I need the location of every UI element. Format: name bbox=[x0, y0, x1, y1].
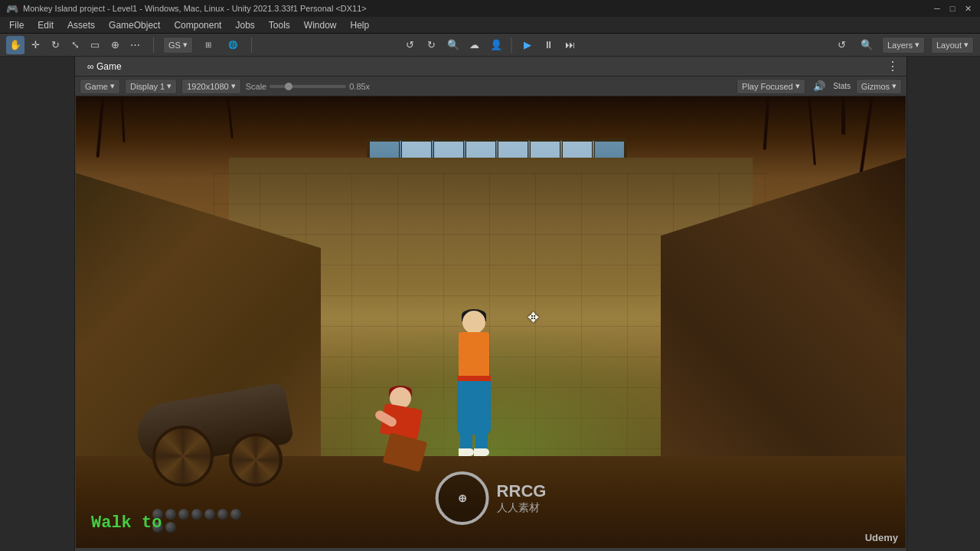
cannonball bbox=[230, 509, 241, 520]
layout-dropdown-icon: ▾ bbox=[964, 40, 969, 50]
game-view-bar: ∞ Game ⋮ bbox=[75, 57, 906, 77]
menu-jobs[interactable]: Jobs bbox=[229, 18, 260, 32]
window-title: Monkey Island project - Level1 - Windows… bbox=[23, 4, 367, 13]
game-canvas[interactable]: ✥ Walk to ⊕ RRCG 人人素材 Udemy bbox=[76, 96, 906, 548]
step-button[interactable]: ⏭ bbox=[561, 36, 580, 54]
undo-button[interactable]: ↺ bbox=[401, 36, 420, 54]
character-main bbox=[451, 311, 497, 448]
rotate-tool[interactable]: ↻ bbox=[46, 36, 64, 54]
play-focused-btn[interactable]: Play Focused ▾ bbox=[737, 79, 805, 94]
resolution-selector[interactable]: 1920x1080 ▾ bbox=[181, 79, 240, 94]
cannon bbox=[137, 349, 382, 487]
display-selector[interactable]: Display 1 ▾ bbox=[125, 79, 177, 94]
menu-tools[interactable]: Tools bbox=[263, 18, 296, 32]
play-focused-label: Play Focused bbox=[742, 82, 793, 91]
vine-5 bbox=[841, 96, 845, 135]
title-bar: 🎮 Monkey Island project - Level1 - Windo… bbox=[0, 0, 980, 17]
left-panel bbox=[0, 57, 75, 551]
scale-tool[interactable]: ⤡ bbox=[66, 36, 84, 54]
gizmos-btn[interactable]: Gizmos ▾ bbox=[856, 79, 902, 94]
menu-file[interactable]: File bbox=[3, 18, 30, 32]
unity-logo: 🎮 bbox=[6, 3, 18, 15]
stats-button[interactable]: Stats bbox=[833, 77, 851, 96]
main-content: ∞ Game ⋮ Game ▾ Display 1 ▾ 1920x1080 bbox=[0, 57, 980, 551]
layers-dropdown[interactable]: Layers ▾ bbox=[882, 37, 925, 54]
custom-tool[interactable]: ⋯ bbox=[126, 36, 144, 54]
rrcg-brand: RRCG bbox=[497, 481, 547, 501]
menu-window[interactable]: Window bbox=[298, 18, 343, 32]
rrcg-logo: ⊕ bbox=[436, 471, 489, 525]
watermark: ⊕ RRCG 人人素材 bbox=[436, 471, 547, 525]
scene-background: ✥ Walk to ⊕ RRCG 人人素材 Udemy bbox=[76, 96, 906, 548]
cannonball bbox=[191, 509, 202, 520]
layers-label: Layers bbox=[887, 41, 913, 50]
pivot-button[interactable]: ⊞ bbox=[199, 36, 217, 54]
secondary-right-controls: Play Focused ▾ 🔊 Stats Gizmos ▾ bbox=[737, 77, 902, 96]
menu-component[interactable]: Component bbox=[168, 18, 227, 32]
scale-value: 0.85x bbox=[349, 82, 370, 91]
global-button[interactable]: 🌐 bbox=[224, 36, 242, 54]
game-label-btn[interactable]: Game ▾ bbox=[80, 79, 120, 94]
game-tab[interactable]: ∞ Game bbox=[80, 60, 129, 73]
rrcg-sub: 人人素材 bbox=[497, 501, 547, 515]
separator-1 bbox=[153, 37, 154, 53]
scale-slider[interactable] bbox=[270, 85, 346, 88]
hand-tool[interactable]: ✋ bbox=[6, 36, 24, 54]
pause-button[interactable]: ⏸ bbox=[540, 36, 558, 54]
right-panel bbox=[906, 57, 980, 551]
char-head bbox=[462, 311, 485, 334]
secondary-toolbar: Game ▾ Display 1 ▾ 1920x1080 ▾ Scale 0.8… bbox=[75, 77, 906, 96]
menu-assets[interactable]: Assets bbox=[61, 18, 101, 32]
resolution-label: 1920x1080 bbox=[187, 82, 228, 91]
sep-play bbox=[511, 37, 512, 53]
rect-tool[interactable]: ▭ bbox=[86, 36, 104, 54]
menu-help[interactable]: Help bbox=[345, 18, 376, 32]
layers-dropdown-icon: ▾ bbox=[915, 40, 920, 50]
cannonball bbox=[217, 509, 228, 520]
redo-button[interactable]: ↻ bbox=[423, 36, 441, 54]
char-pants bbox=[457, 381, 491, 435]
cannonball bbox=[165, 522, 176, 533]
gs-button[interactable]: GS ▾ bbox=[163, 37, 193, 54]
rrcg-text-block: RRCG 人人素材 bbox=[497, 481, 547, 515]
cannon-wheel-1 bbox=[152, 425, 214, 487]
play-button[interactable]: ▶ bbox=[518, 36, 537, 54]
transform-tools: ✋ ✛ ↻ ⤡ ▭ ⊕ ⋯ bbox=[6, 36, 144, 54]
separator-2 bbox=[251, 37, 252, 53]
menu-gameobject[interactable]: GameObject bbox=[103, 18, 166, 32]
small-leg bbox=[383, 432, 428, 472]
menu-edit[interactable]: Edit bbox=[31, 18, 60, 32]
display-label: Display 1 bbox=[130, 82, 165, 91]
char-torso bbox=[459, 332, 489, 378]
char-shoe-right bbox=[474, 448, 489, 456]
scale-control: Scale 0.85x bbox=[246, 82, 370, 91]
game-tab-label: Game bbox=[96, 61, 122, 72]
char-shoe-left bbox=[459, 448, 474, 456]
move-cursor: ✥ bbox=[528, 309, 539, 326]
minimize-button[interactable]: ─ bbox=[931, 2, 943, 15]
maximize-button[interactable]: □ bbox=[946, 2, 959, 15]
scale-thumb[interactable] bbox=[285, 83, 292, 90]
title-bar-left: 🎮 Monkey Island project - Level1 - Windo… bbox=[6, 3, 367, 15]
toolbar-right: ↺ 🔍 Layers ▾ Layout ▾ bbox=[833, 36, 974, 54]
menu-bar: File Edit Assets GameObject Component Jo… bbox=[0, 17, 980, 34]
cannonball bbox=[178, 509, 189, 520]
game-tab-icon: ∞ bbox=[87, 61, 96, 72]
game-view-right-controls: ⋮ bbox=[884, 57, 902, 76]
scale-label: Scale bbox=[246, 82, 267, 91]
cloud-button[interactable]: ☁ bbox=[466, 36, 484, 54]
cannonball bbox=[204, 509, 215, 520]
center-area: ∞ Game ⋮ Game ▾ Display 1 ▾ 1920x1080 bbox=[75, 57, 906, 551]
layout-dropdown[interactable]: Layout ▾ bbox=[931, 37, 974, 54]
transform-tool[interactable]: ⊕ bbox=[106, 36, 124, 54]
main-toolbar: ✋ ✛ ↻ ⤡ ▭ ⊕ ⋯ GS ▾ ⊞ 🌐 ↺ ↻ 🔍 ☁ 👤 ▶ ⏸ ⏭ ↺… bbox=[0, 34, 980, 57]
udemy-badge: Udemy bbox=[865, 532, 898, 543]
search-button[interactable]: 🔍 bbox=[444, 36, 462, 54]
game-settings-button[interactable]: ⋮ bbox=[884, 57, 902, 76]
search-icon-button[interactable]: 🔍 bbox=[858, 36, 876, 54]
undo-hist-button[interactable]: ↺ bbox=[833, 36, 851, 54]
collab-button[interactable]: 👤 bbox=[487, 36, 505, 54]
audio-button[interactable]: 🔊 bbox=[810, 77, 828, 96]
move-tool[interactable]: ✛ bbox=[26, 36, 44, 54]
close-button[interactable]: ✕ bbox=[962, 2, 974, 15]
